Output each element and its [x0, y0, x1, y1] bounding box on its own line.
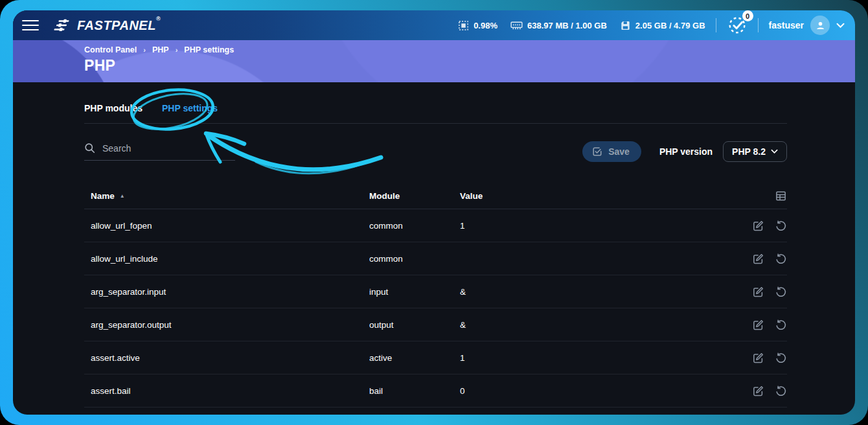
- setting-module: active: [369, 353, 460, 363]
- table-body: allow_url_fopen common 1 allow_url_inclu…: [84, 209, 787, 408]
- setting-name: assert.active: [84, 353, 369, 363]
- tasks-count-badge: 0: [742, 10, 753, 21]
- content-area: PHP modules PHP settings: [13, 82, 855, 415]
- reset-icon[interactable]: [775, 352, 787, 364]
- app-window: FASTPANEL® 0.98%: [0, 0, 868, 425]
- setting-value: &: [460, 287, 733, 297]
- username: fastuser: [769, 20, 804, 30]
- brand-logo[interactable]: FASTPANEL®: [53, 18, 161, 33]
- table-row: assert.bail bail 0: [84, 374, 787, 408]
- column-header-module: Module: [369, 191, 460, 201]
- setting-module: input: [369, 287, 460, 297]
- column-header-value: Value: [460, 191, 733, 201]
- chevron-down-icon: [836, 23, 845, 29]
- top-bar: FASTPANEL® 0.98%: [13, 10, 855, 40]
- setting-value: 1: [460, 353, 733, 363]
- search-icon: [84, 143, 95, 154]
- reset-icon[interactable]: [775, 385, 787, 397]
- sort-asc-icon: ▲: [120, 193, 125, 199]
- cpu-usage-stat: 0.98%: [458, 20, 497, 31]
- setting-name: arg_separator.input: [84, 287, 369, 297]
- disk-usage-value: 2.05 GB / 4.79 GB: [635, 21, 705, 30]
- reset-icon[interactable]: [775, 220, 787, 232]
- edit-icon[interactable]: [752, 352, 764, 364]
- table-row: arg_separator.input input &: [84, 275, 787, 308]
- divider: [716, 18, 716, 32]
- ram-usage-value: 638.97 MB / 1.00 GB: [527, 21, 607, 30]
- breadcrumb: Control Panel › PHP › PHP settings: [84, 45, 855, 54]
- user-menu[interactable]: fastuser: [769, 16, 845, 35]
- setting-value: &: [460, 320, 733, 330]
- reset-icon[interactable]: [775, 319, 787, 331]
- setting-name: assert.bail: [84, 386, 369, 396]
- edit-icon[interactable]: [752, 220, 764, 232]
- disk-icon: [620, 20, 631, 31]
- reset-icon[interactable]: [775, 253, 787, 265]
- settings-table: Name ▲ Module Value: [84, 183, 787, 408]
- search-input[interactable]: [102, 143, 235, 154]
- table-row: allow_url_fopen common 1: [84, 209, 787, 242]
- user-avatar-icon: [810, 16, 830, 35]
- setting-module: common: [369, 221, 460, 231]
- table-header: Name ▲ Module Value: [84, 183, 787, 209]
- save-check-icon: [592, 146, 602, 157]
- reset-icon[interactable]: [775, 286, 787, 298]
- setting-name: allow_url_fopen: [84, 221, 369, 231]
- setting-value: 0: [460, 386, 733, 396]
- chevron-down-icon: [771, 149, 778, 154]
- disk-usage-stat: 2.05 GB / 4.79 GB: [620, 20, 705, 31]
- column-header-name[interactable]: Name ▲: [84, 191, 369, 201]
- edit-icon[interactable]: [752, 286, 764, 298]
- cpu-usage-value: 0.98%: [474, 21, 497, 30]
- hamburger-menu-icon[interactable]: [22, 20, 39, 31]
- table-row: allow_url_include common: [84, 242, 787, 275]
- php-version-label: PHP version: [659, 146, 713, 157]
- tab-bar: PHP modules PHP settings: [84, 103, 787, 113]
- tab-php-settings[interactable]: PHP settings: [162, 103, 218, 113]
- setting-value: 1: [460, 221, 733, 231]
- page-header-band: Control Panel › PHP › PHP settings PHP: [13, 40, 855, 82]
- breadcrumb-separator: ›: [143, 46, 146, 54]
- save-button[interactable]: Save: [582, 141, 641, 162]
- setting-name: arg_separator.output: [84, 320, 369, 330]
- sliders-logo-icon: [53, 19, 71, 32]
- setting-name: allow_url_include: [84, 254, 369, 264]
- tasks-button[interactable]: 0: [727, 15, 748, 36]
- edit-icon[interactable]: [752, 319, 764, 331]
- brand-name: FASTPANEL®: [77, 18, 161, 33]
- php-version-dropdown[interactable]: PHP 8.2: [723, 141, 787, 162]
- breadcrumb-php[interactable]: PHP: [152, 45, 169, 54]
- table-row: arg_separator.output output &: [84, 308, 787, 341]
- setting-module: common: [369, 254, 460, 264]
- breadcrumb-control-panel[interactable]: Control Panel: [84, 45, 137, 54]
- edit-icon[interactable]: [752, 253, 764, 265]
- ram-icon: [510, 21, 523, 30]
- setting-module: bail: [369, 386, 460, 396]
- tabs-divider: [84, 123, 787, 124]
- cpu-icon: [458, 20, 469, 31]
- breadcrumb-php-settings[interactable]: PHP settings: [184, 45, 234, 54]
- edit-icon[interactable]: [752, 385, 764, 397]
- divider: [758, 18, 759, 32]
- search-box: [84, 143, 235, 161]
- page-title: PHP: [84, 57, 855, 75]
- breadcrumb-separator: ›: [176, 46, 178, 54]
- tab-php-modules[interactable]: PHP modules: [84, 103, 143, 113]
- column-settings-icon[interactable]: [775, 190, 787, 202]
- main-panel: FASTPANEL® 0.98%: [13, 10, 855, 415]
- table-row: assert.active active 1: [84, 341, 787, 374]
- setting-module: output: [369, 320, 460, 330]
- ram-usage-stat: 638.97 MB / 1.00 GB: [510, 21, 607, 30]
